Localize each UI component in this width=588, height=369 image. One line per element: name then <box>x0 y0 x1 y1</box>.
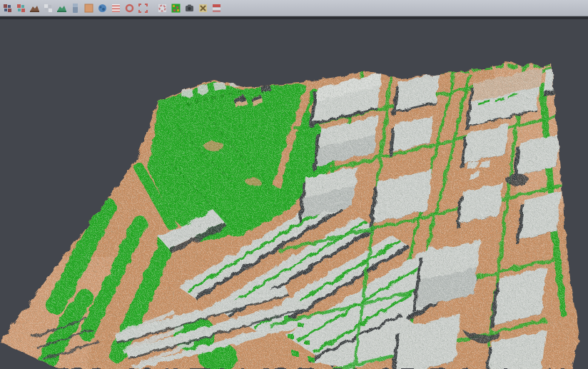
globe-icon[interactable] <box>97 3 108 14</box>
panel-icon[interactable] <box>70 3 81 14</box>
ortho-image-icon[interactable] <box>83 3 94 14</box>
clip-region-icon[interactable] <box>157 3 168 14</box>
point-cloud-canvas <box>0 19 588 369</box>
sparse-points-icon[interactable] <box>43 3 54 14</box>
circle-select-icon[interactable] <box>124 3 135 14</box>
scatter-points-icon[interactable] <box>16 3 26 14</box>
layers-icon[interactable] <box>211 3 222 14</box>
snapshot-camera-icon[interactable] <box>184 3 195 14</box>
classification-colors-icon[interactable] <box>171 3 181 14</box>
3d-viewport[interactable] <box>0 19 588 369</box>
grain-dark <box>0 57 588 369</box>
point-cloud <box>0 21 588 369</box>
bounds-select-icon[interactable] <box>138 3 148 14</box>
point-cloud-icon[interactable] <box>2 3 13 14</box>
terrain-brown-icon[interactable] <box>29 3 40 14</box>
toolbar <box>0 0 588 16</box>
attribute-list-icon[interactable] <box>111 3 121 14</box>
measure-icon[interactable] <box>198 3 208 14</box>
terrain-green-icon[interactable] <box>56 3 67 14</box>
viewer-window <box>0 0 588 369</box>
